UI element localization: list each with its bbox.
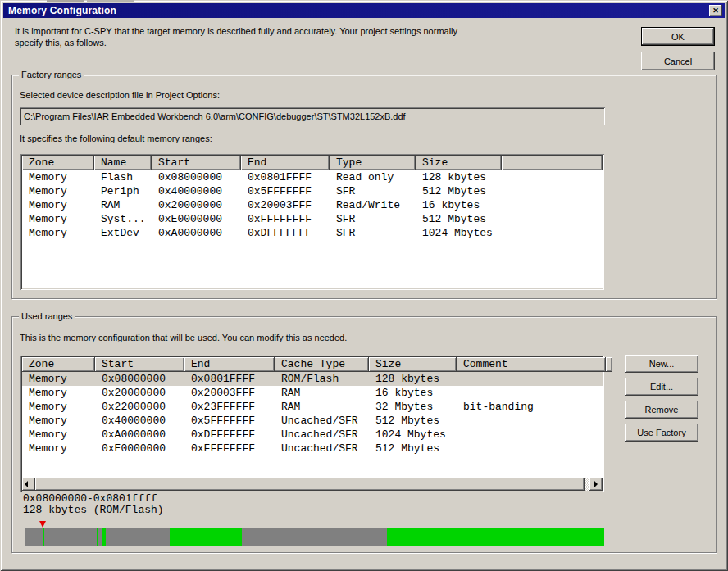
table-cell: SFR <box>330 212 416 226</box>
scroll-right-icon <box>594 481 598 487</box>
used-table-intro: This is the memory configuration that wi… <box>20 333 347 342</box>
table-cell: Uncached/SFR <box>275 442 369 455</box>
column-header-size[interactable]: Size <box>369 357 457 372</box>
table-header-row: ZoneNameStartEndTypeSize <box>22 156 603 170</box>
use-factory-button[interactable]: Use Factory <box>625 424 698 442</box>
ddf-file-path-field[interactable]: C:\Program Files\IAR Embedded Workbench … <box>20 107 605 125</box>
table-row[interactable]: Memory0xE00000000xFFFFFFFFUncached/SFR51… <box>22 442 603 455</box>
table-cell: 0xFFFFFFFF <box>241 212 330 226</box>
table-cell: 0xE0000000 <box>95 442 184 455</box>
factory-table-intro: It specifies the following default memor… <box>20 134 212 143</box>
column-header-start[interactable]: Start <box>95 357 184 372</box>
ok-button[interactable]: OK <box>641 27 715 46</box>
table-cell: RAM <box>275 386 369 400</box>
scroll-left-icon <box>25 481 28 487</box>
table-cell: 0x5FFFFFFF <box>241 184 330 198</box>
table-row[interactable]: Memory0x220000000x23FFFFFFRAM32 Mbytesbi… <box>22 400 603 414</box>
table-cell: 0x08000000 <box>95 372 184 386</box>
table-cell: 512 Mbytes <box>416 184 502 198</box>
column-header-zone[interactable]: Zone <box>22 156 94 170</box>
table-cell: ExtDev <box>94 226 152 240</box>
cancel-button[interactable]: Cancel <box>641 52 715 70</box>
table-cell: 512 Mbytes <box>369 414 457 428</box>
table-cell: RAM <box>275 400 369 414</box>
table-cell: RAM <box>94 198 152 212</box>
table-row[interactable]: Memory0x400000000x5FFFFFFFUncached/SFR51… <box>22 414 603 428</box>
table-row[interactable]: Memory0xA00000000xDFFFFFFFUncached/SFR10… <box>22 428 603 442</box>
table-cell: 0x40000000 <box>95 414 184 428</box>
background-window-fragment <box>47 0 84 2</box>
memory-segment <box>387 528 532 546</box>
table-cell: 0x0801FFFF <box>241 170 330 184</box>
table-cell: Memory <box>22 414 95 428</box>
intro-text: It is important for C-SPY that the targe… <box>15 25 478 48</box>
table-cell: Memory <box>22 198 94 212</box>
new-button[interactable]: New... <box>625 355 698 373</box>
table-cell <box>457 442 603 455</box>
table-cell: 1024 Mbytes <box>369 428 457 442</box>
table-cell: 0xFFFFFFFF <box>184 442 275 455</box>
used-ranges-group-label: Used ranges <box>19 311 75 321</box>
table-cell: 0xA0000000 <box>152 226 241 240</box>
scrollbar-track[interactable] <box>35 478 589 491</box>
factory-ranges-table: ZoneNameStartEndTypeSizeMemoryFlash0x080… <box>20 154 604 290</box>
column-header-end[interactable]: End <box>184 357 275 372</box>
remove-button[interactable]: Remove <box>625 401 698 419</box>
table-row[interactable]: MemoryFlash0x080000000x0801FFFFRead only… <box>22 170 603 184</box>
table-cell: 0xDFFFFFFF <box>241 226 330 240</box>
table-row[interactable]: Memory0x200000000x20003FFFRAM16 kbytes <box>22 386 603 400</box>
edit-button[interactable]: Edit... <box>625 378 698 396</box>
table-cell: 0x22000000 <box>95 400 184 414</box>
memory-configuration-dialog: Memory Configuration ✕ It is important f… <box>0 0 728 571</box>
table-cell <box>457 386 603 400</box>
table-cell: Memory <box>22 400 95 414</box>
table-row[interactable]: MemoryExtDev0xA00000000xDFFFFFFFSFR1024 … <box>22 226 603 240</box>
memory-segment <box>97 528 98 546</box>
column-header-comment[interactable]: Comment <box>457 357 606 372</box>
table-cell: SFR <box>330 226 416 240</box>
scrollbar-thumb[interactable] <box>35 478 585 491</box>
table-cell: Memory <box>22 372 95 386</box>
table-cell: 0xDFFFFFFF <box>184 428 275 442</box>
column-header-size[interactable]: Size <box>416 156 502 170</box>
scroll-right-button[interactable] <box>589 478 603 491</box>
table-cell: 512 Mbytes <box>416 212 502 226</box>
table-row[interactable]: Memory0x080000000x0801FFFFROM/Flash128 k… <box>22 372 603 386</box>
close-button[interactable]: ✕ <box>709 5 722 16</box>
memory-segment <box>170 528 242 546</box>
table-cell <box>457 428 603 442</box>
table-cell: 0x5FFFFFFF <box>184 414 275 428</box>
column-header-start[interactable]: Start <box>152 156 241 170</box>
scroll-left-button[interactable] <box>22 478 35 491</box>
table-row[interactable]: MemoryPeriph0x400000000x5FFFFFFFSFR512 M… <box>22 184 603 198</box>
table-cell: bit-banding <box>457 400 603 414</box>
table-header-row: ZoneStartEndCache TypeSizeComment <box>22 357 603 372</box>
table-body: MemoryFlash0x080000000x0801FFFFRead only… <box>22 170 603 288</box>
table-cell: Memory <box>22 226 94 240</box>
table-cell: Periph <box>94 184 152 198</box>
table-cell: 0x08000000 <box>152 170 241 184</box>
table-cell: 0x40000000 <box>152 184 241 198</box>
table-cell: Uncached/SFR <box>275 414 369 428</box>
horizontal-scrollbar[interactable] <box>22 478 603 491</box>
column-header-filler <box>502 156 603 170</box>
table-cell: 0x0801FFFF <box>184 372 275 386</box>
table-cell: Read/Write <box>330 198 416 212</box>
table-cell: 1024 Mbytes <box>416 226 502 240</box>
table-cell: 16 kbytes <box>369 386 457 400</box>
column-header-cache-type[interactable]: Cache Type <box>275 357 369 372</box>
column-header-type[interactable]: Type <box>330 156 416 170</box>
table-cell: 0x23FFFFFF <box>184 400 275 414</box>
table-cell: Syst... <box>94 212 152 226</box>
column-header-name[interactable]: Name <box>94 156 152 170</box>
column-header-zone[interactable]: Zone <box>22 357 95 372</box>
title-bar[interactable]: Memory Configuration ✕ <box>3 3 725 18</box>
table-row[interactable]: MemoryRAM0x200000000x20003FFFRead/Write1… <box>22 198 603 212</box>
table-cell: 0xE0000000 <box>152 212 241 226</box>
column-header-end[interactable]: End <box>241 156 330 170</box>
selection-range-text: 0x08000000-0x0801ffff <box>23 493 157 504</box>
close-icon: ✕ <box>712 7 719 15</box>
table-cell: 128 kbytes <box>369 372 457 386</box>
table-row[interactable]: MemorySyst...0xE00000000xFFFFFFFFSFR512 … <box>22 212 603 226</box>
table-cell: Memory <box>22 212 94 226</box>
